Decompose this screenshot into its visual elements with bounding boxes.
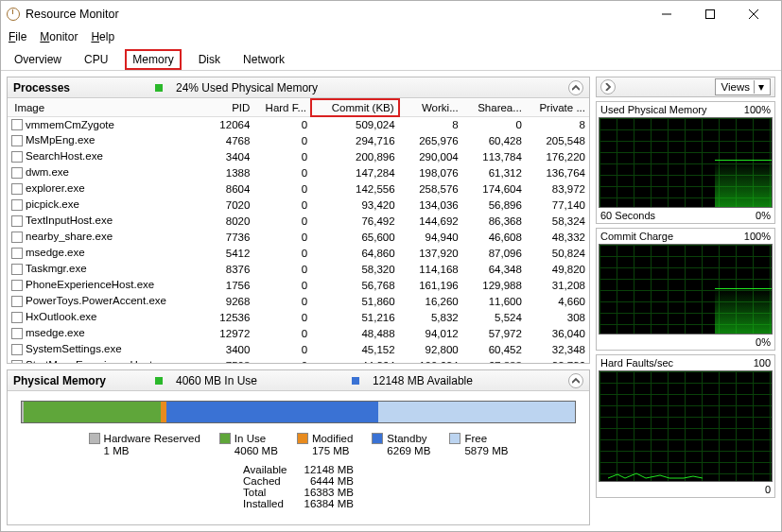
col-image[interactable]: Image <box>8 99 203 116</box>
cell-working: 161,196 <box>399 277 462 293</box>
table-row[interactable]: TextInputHost.exe8020076,492144,69286,36… <box>8 213 589 229</box>
cell-working: 94,940 <box>399 229 462 245</box>
cell-hardfaults: 0 <box>253 293 311 309</box>
cell-working: 258,576 <box>399 180 462 197</box>
cell-pid: 8020 <box>203 213 253 229</box>
menu-help[interactable]: Help <box>91 30 114 43</box>
cell-shareable: 61,312 <box>462 164 526 180</box>
table-row[interactable]: MsMpEng.exe47680294,716265,97660,428205,… <box>8 132 589 148</box>
cell-pid: 12536 <box>203 309 253 325</box>
col-commit[interactable]: Commit (KB) <box>311 99 399 116</box>
menu-monitor[interactable]: Monitor <box>40 30 78 43</box>
cell-private: 308 <box>526 309 589 325</box>
swatch-modified-icon <box>297 433 308 444</box>
col-private[interactable]: Private ... <box>526 99 589 116</box>
legend-free: Free <box>464 433 487 444</box>
cell-hardfaults: 0 <box>253 116 311 132</box>
cell-hardfaults: 0 <box>253 357 311 363</box>
tab-overview[interactable]: Overview <box>9 49 67 70</box>
cell-shareable: 0 <box>462 116 526 132</box>
table-row[interactable]: PowerToys.PowerAccent.exe9268051,86016,2… <box>8 293 589 309</box>
cell-image: explorer.exe <box>8 180 203 197</box>
cell-pid: 3404 <box>203 148 253 164</box>
tab-disk[interactable]: Disk <box>193 49 226 70</box>
collapse-button-physical[interactable] <box>568 373 583 388</box>
chevron-up-icon <box>572 377 580 385</box>
menu-file[interactable]: File <box>9 30 26 43</box>
cell-pid: 7508 <box>203 357 253 363</box>
table-row[interactable]: msedge.exe5412064,860137,92087,09650,824 <box>8 245 589 261</box>
cell-hardfaults: 0 <box>253 341 311 357</box>
cell-image: picpick.exe <box>8 197 203 213</box>
swatch-standby-icon <box>372 433 383 444</box>
table-row[interactable]: StartMenuExperienceHost.exe7508044,36410… <box>8 357 589 363</box>
cell-working: 8 <box>399 116 462 132</box>
views-dropdown[interactable]: Views▾ <box>715 78 771 95</box>
cell-hardfaults: 0 <box>253 197 311 213</box>
table-row[interactable]: nearby_share.exe7736065,60094,94046,6084… <box>8 229 589 245</box>
table-row[interactable]: msedge.exe12972048,48894,01257,97236,040 <box>8 325 589 341</box>
cell-private: 32,736 <box>526 357 589 363</box>
table-row[interactable]: vmmemCmZygote120640509,024808 <box>8 116 589 132</box>
cell-image: MsMpEng.exe <box>8 132 203 148</box>
cell-hardfaults: 0 <box>253 309 311 325</box>
memory-bar <box>21 401 576 423</box>
maximize-button[interactable] <box>688 1 732 27</box>
stat-cached-label: Cached <box>243 475 287 487</box>
cell-pid: 7020 <box>203 197 253 213</box>
tab-cpu[interactable]: CPU <box>78 49 113 70</box>
cell-hardfaults: 0 <box>253 132 311 148</box>
physical-memory-header[interactable]: Physical Memory 4060 MB In Use 12148 MB … <box>8 370 589 391</box>
cell-shareable: 129,988 <box>462 277 526 293</box>
processes-table: Image PID Hard F... Commit (KB) Worki...… <box>8 98 589 363</box>
cell-hardfaults: 0 <box>253 325 311 341</box>
processes-table-wrap[interactable]: Image PID Hard F... Commit (KB) Worki...… <box>8 98 589 363</box>
table-row[interactable]: HxOutlook.exe12536051,2165,8325,524308 <box>8 309 589 325</box>
tab-network[interactable]: Network <box>237 49 290 70</box>
col-working[interactable]: Worki... <box>399 99 462 116</box>
cell-shareable: 60,428 <box>462 132 526 148</box>
chart-commit-charge: Commit Charge100% 0% <box>596 228 775 351</box>
table-row[interactable]: explorer.exe86040142,556258,576174,60483… <box>8 180 589 197</box>
processes-panel: Processes 24% Used Physical Memory Image… <box>7 77 590 364</box>
hide-charts-button[interactable] <box>600 79 616 94</box>
collapse-button[interactable] <box>568 80 583 95</box>
cell-pid: 8604 <box>203 180 253 197</box>
table-row[interactable]: PhoneExperienceHost.exe1756056,768161,19… <box>8 277 589 293</box>
stat-available-value: 12148 MB <box>304 464 354 475</box>
cell-shareable: 113,784 <box>462 148 526 164</box>
table-row[interactable]: dwm.exe13880147,284198,07661,312136,764 <box>8 164 589 180</box>
swatch-inuse-icon <box>219 433 231 444</box>
swatch-hardware-icon <box>89 433 100 444</box>
chart-upm-xlabel: 60 Seconds <box>600 210 655 221</box>
table-row[interactable]: SearchHost.exe34040200,896290,004113,784… <box>8 148 589 164</box>
cell-private: 77,140 <box>526 197 589 213</box>
cell-image: PowerToys.PowerAccent.exe <box>8 293 203 309</box>
processes-header[interactable]: Processes 24% Used Physical Memory <box>8 77 589 98</box>
cell-shareable: 5,524 <box>462 309 526 325</box>
cell-shareable: 64,348 <box>462 261 526 277</box>
table-row[interactable]: Taskmgr.exe8376058,320114,16864,34849,82… <box>8 261 589 277</box>
close-button[interactable] <box>732 1 775 27</box>
memory-legend: Hardware Reserved1 MB In Use4060 MB Modi… <box>21 433 576 456</box>
col-shareable[interactable]: Sharea... <box>462 99 526 116</box>
chart-upm-min: 0% <box>756 210 771 221</box>
table-row[interactable]: picpick.exe7020093,420134,03656,89677,14… <box>8 197 589 213</box>
cell-commit: 51,860 <box>311 293 399 309</box>
stat-installed-label: Installed <box>243 498 287 509</box>
col-pid[interactable]: PID <box>203 99 253 116</box>
chevron-right-icon <box>604 83 612 91</box>
cell-hardfaults: 0 <box>253 245 311 261</box>
minimize-button[interactable] <box>645 1 688 27</box>
stat-cached-value: 6444 MB <box>304 475 354 487</box>
col-hard-faults[interactable]: Hard F... <box>253 99 311 116</box>
cell-private: 58,324 <box>526 213 589 229</box>
cell-image: msedge.exe <box>8 245 203 261</box>
table-row[interactable]: SystemSettings.exe3400045,15292,80060,45… <box>8 341 589 357</box>
inuse-led-icon <box>155 377 163 385</box>
cell-working: 265,976 <box>399 132 462 148</box>
cell-shareable: 11,600 <box>462 293 526 309</box>
cell-private: 48,332 <box>526 229 589 245</box>
tab-memory[interactable]: Memory <box>125 49 181 70</box>
cell-commit: 45,152 <box>311 341 399 357</box>
